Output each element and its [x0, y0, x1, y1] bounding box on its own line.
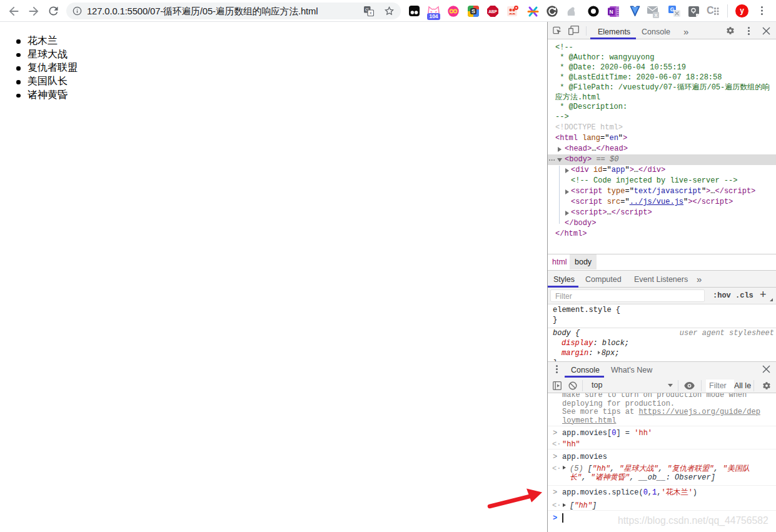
svg-text:N: N	[609, 8, 613, 14]
svg-text:S: S	[471, 8, 475, 14]
svg-text:x: x	[370, 11, 372, 15]
svg-text:X: X	[654, 13, 657, 18]
svg-text:ABP: ABP	[488, 9, 497, 14]
